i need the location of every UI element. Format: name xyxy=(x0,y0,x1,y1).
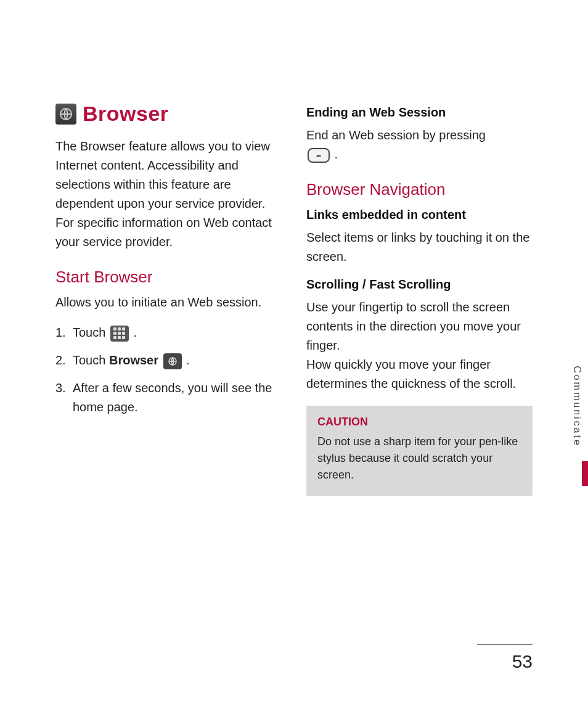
intro-paragraph: The Browser feature allows you to view I… xyxy=(55,137,282,252)
step-text-frag: Touch xyxy=(73,353,109,367)
page-number-block: 53 xyxy=(477,644,533,672)
page-number: 53 xyxy=(477,651,533,672)
step-text-frag: . xyxy=(134,326,137,339)
page-title: Browser xyxy=(83,102,169,126)
section-side-tab: Communicate xyxy=(576,351,588,486)
step-3: 3. After a few seconds, you will see the… xyxy=(55,379,282,417)
start-browser-intro: Allows you to initiate an Web session. xyxy=(55,293,282,312)
step-text-frag: . xyxy=(186,353,190,367)
scrolling-body: Use your fingertip to scroll the screen … xyxy=(306,298,533,393)
end-call-key-icon xyxy=(308,148,330,163)
caution-message: Do not use a sharp item for your pen-lik… xyxy=(317,433,521,483)
body-frag: End an Web session by pressing xyxy=(306,128,486,142)
left-column: Browser The Browser feature allows you t… xyxy=(55,102,282,496)
step-text-bold: Browser xyxy=(109,353,158,367)
heading-links: Links embedded in content xyxy=(306,208,533,222)
step-number: 3. xyxy=(55,379,73,398)
step-text: Touch . xyxy=(73,323,282,342)
section-browser-navigation: Browser Navigation xyxy=(306,180,533,199)
caution-label: CAUTION xyxy=(317,416,521,429)
globe-icon xyxy=(55,104,76,125)
page-title-row: Browser xyxy=(55,102,282,126)
section-start-browser: Start Browser xyxy=(55,268,282,287)
ending-session-body: End an Web session by pressing . xyxy=(306,126,533,164)
step-text: After a few seconds, you will see the ho… xyxy=(73,379,282,417)
step-2: 2. Touch Browser . xyxy=(55,351,282,370)
caution-box: CAUTION Do not use a sharp item for your… xyxy=(306,406,533,496)
side-tab-label: Communicate xyxy=(571,366,582,447)
manual-page: Browser The Browser feature allows you t… xyxy=(0,0,588,706)
step-1: 1. Touch . xyxy=(55,323,282,342)
step-number: 2. xyxy=(55,351,73,370)
body-frag: . xyxy=(335,147,338,161)
heading-scrolling: Scrolling / Fast Scrolling xyxy=(306,277,533,292)
step-number: 1. xyxy=(55,323,73,342)
two-column-layout: Browser The Browser feature allows you t… xyxy=(55,102,533,496)
right-column: Ending an Web Session End an Web session… xyxy=(306,102,533,496)
links-body: Select items or links by touching it on … xyxy=(306,228,533,266)
heading-ending-session: Ending an Web Session xyxy=(306,105,533,120)
apps-grid-icon xyxy=(110,326,129,342)
browser-globe-icon xyxy=(163,353,182,369)
step-text-frag: Touch xyxy=(73,326,109,339)
step-text: Touch Browser . xyxy=(73,351,282,370)
page-number-rule xyxy=(477,644,533,645)
side-tab-bar xyxy=(582,461,588,486)
